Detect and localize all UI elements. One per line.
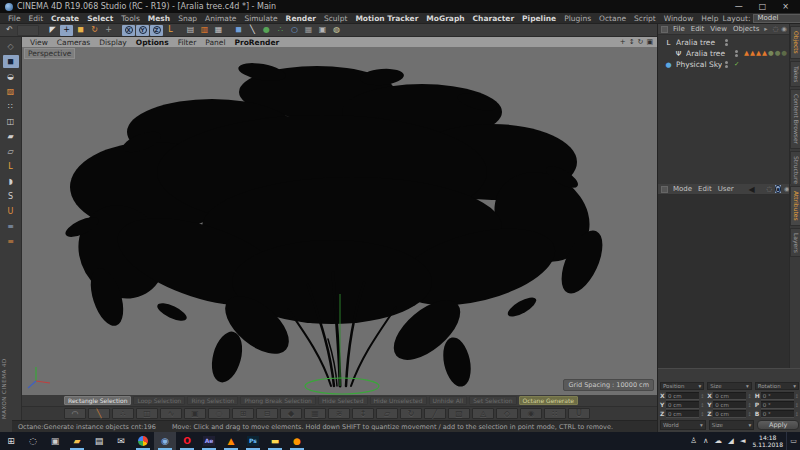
workplane-mode-icon[interactable]: ▨	[3, 85, 19, 98]
menu-item[interactable]: Animate	[201, 14, 240, 23]
menu-item[interactable]: Snap	[174, 14, 201, 23]
path-icon[interactable]: ◉	[781, 25, 787, 33]
object-manager-menu-item[interactable]: View	[710, 25, 727, 33]
create-point-icon[interactable]: ∴	[112, 408, 134, 419]
viewport-solo-icon[interactable]: ◗	[3, 175, 19, 188]
stepper-icon[interactable]: ↕	[795, 411, 799, 417]
stepper-icon[interactable]: ↕	[747, 411, 751, 417]
panel-tab[interactable]: Layers	[790, 228, 800, 258]
stepper-icon[interactable]: ↕	[700, 411, 704, 417]
layout-dropdown[interactable]: Model▾	[753, 14, 800, 23]
enable-check-tag[interactable]: ✓	[734, 61, 739, 68]
lock-icon[interactable]: ▪	[775, 185, 781, 193]
search-icon[interactable]: ◌	[22, 432, 44, 450]
spline-primitive-icon[interactable]: ○	[288, 25, 301, 36]
set-selection-button[interactable]: Set Selection	[469, 396, 516, 405]
polygon-selection-tag[interactable]: ▲	[762, 50, 767, 57]
model-mode-icon[interactable]: ◼	[3, 55, 19, 68]
photoshop-icon[interactable]: Ps	[242, 432, 264, 450]
menu-item[interactable]: Window	[660, 14, 698, 23]
panel-tab[interactable]: Attributes	[790, 186, 800, 226]
hide-selected-button[interactable]: Hide Selected	[318, 396, 368, 405]
make-editable-icon[interactable]: ◇	[3, 40, 19, 53]
brush-tool-icon[interactable]: ∿	[160, 408, 182, 419]
ring-selection-button[interactable]: Ring Selection	[187, 396, 238, 405]
polygons-mode-icon[interactable]: ▰	[3, 130, 19, 143]
taskbar-clock[interactable]: 14:18 5.11.2018	[752, 434, 783, 448]
object-row-physical-sky[interactable]: ● Physical Sky ✓	[658, 59, 789, 70]
magnet-tool-icon[interactable]: U	[568, 408, 590, 419]
menu-item[interactable]: Help	[697, 14, 722, 23]
object-row-aralia-tree[interactable]: Ψ Aralia tree ▲▲▲▲●●●	[658, 48, 789, 59]
store-icon[interactable]: ▤	[88, 432, 110, 450]
volume-icon[interactable]: ◄	[740, 437, 746, 445]
extrude-inner-icon[interactable]: ⊟	[256, 408, 278, 419]
polygon-pen-icon[interactable]: ╲	[88, 408, 110, 419]
visibility-toggles[interactable]	[725, 61, 728, 68]
after-effects-icon[interactable]: Ae	[198, 432, 220, 450]
bridge-tool-icon[interactable]: ◫	[136, 408, 158, 419]
spline-pen-icon[interactable]: ╲	[246, 25, 259, 36]
menu-item[interactable]: Octane	[595, 14, 630, 23]
coordinate-input[interactable]: 0 °	[761, 401, 794, 409]
texture-mode-icon[interactable]: ◒	[3, 70, 19, 83]
polygon-selection-tag[interactable]: ▲	[750, 50, 755, 57]
lock-y-axis-icon[interactable]: Y	[136, 25, 149, 36]
sticky-notes-icon[interactable]: ▬	[264, 432, 286, 450]
history-back-icon[interactable]: ◀	[749, 185, 755, 194]
primitive-cube-icon[interactable]: ◼	[232, 25, 245, 36]
split-icon[interactable]: ╱	[424, 408, 446, 419]
coordinate-input[interactable]: 0 cm	[713, 401, 746, 409]
onedrive-icon[interactable]: ☁	[714, 437, 722, 445]
apply-button[interactable]: Apply	[757, 420, 799, 430]
coordinate-column-dropdown[interactable]: Position▾	[660, 382, 704, 390]
stepper-icon[interactable]: ↕	[747, 393, 751, 399]
viewport-menu-item[interactable]: ProRender	[234, 38, 279, 47]
attribute-manager-menu-item[interactable]: User	[718, 185, 734, 193]
untriangulate-icon[interactable]: ◇	[496, 408, 518, 419]
bevel-icon[interactable]: ◆	[280, 408, 302, 419]
object-row-aralia-tree-parent[interactable]: L Aralia tree	[658, 37, 789, 48]
object-name[interactable]: Aralia tree	[676, 38, 722, 47]
material-tag[interactable]: ●	[768, 50, 774, 57]
tweak-mode-icon[interactable]: ▱	[3, 145, 19, 158]
task-view-icon[interactable]: ▣	[44, 432, 66, 450]
hide-unselected-button[interactable]: Hide Unselected	[370, 396, 427, 405]
vlc-icon[interactable]: ▲	[220, 432, 242, 450]
panel-tab[interactable]: Content Browser	[790, 89, 800, 149]
viewport-menu-item[interactable]: Panel	[205, 38, 225, 47]
mail-icon[interactable]: ✉	[110, 432, 132, 450]
coordinate-column-dropdown[interactable]: Size▾	[707, 382, 751, 390]
object-name[interactable]: Aralia tree	[686, 49, 732, 58]
material-tag[interactable]: ●	[775, 50, 781, 57]
normal-move-icon[interactable]: ↕	[352, 408, 374, 419]
viewport-menu-item[interactable]: View	[30, 38, 48, 47]
tree-silhouette[interactable]	[62, 60, 611, 389]
cinema4d-icon[interactable]: ◉	[154, 432, 176, 450]
opera-icon[interactable]: O	[176, 432, 198, 450]
toggle-view-icon[interactable]: ▣	[646, 38, 653, 46]
viewport-menu-item[interactable]: Options	[136, 38, 169, 47]
normal-scale-icon[interactable]: ▱	[376, 408, 398, 419]
firefox-icon[interactable]: ●	[286, 432, 308, 450]
coordinate-input[interactable]: 0 cm	[666, 410, 699, 418]
viewport-menu-item[interactable]: Filter	[178, 38, 197, 47]
object-name[interactable]: Physical Sky	[676, 60, 722, 69]
subdivision-surface-icon[interactable]: ●	[260, 25, 273, 36]
coordinate-input[interactable]: 0 cm	[713, 392, 746, 400]
stepper-icon[interactable]: ↕	[747, 402, 751, 408]
array-generator-icon[interactable]: ∴	[274, 25, 287, 36]
menu-item[interactable]: Create	[47, 14, 83, 23]
object-manager-menu-item[interactable]: File	[673, 25, 685, 33]
menu-item[interactable]: Sculpt	[320, 14, 351, 23]
weld-icon[interactable]: ◉	[520, 408, 542, 419]
octane-generate-button[interactable]: Octane Generate	[519, 396, 578, 405]
render-view-icon[interactable]: ▤	[184, 25, 197, 36]
rotate-view-icon[interactable]: ↻	[638, 38, 644, 46]
network-icon[interactable]: ◢	[728, 437, 734, 445]
camera-object-icon[interactable]: ▣	[316, 25, 329, 36]
menu-item[interactable]: Edit	[25, 14, 48, 23]
render-picture-viewer-icon[interactable]: ▥	[198, 25, 211, 36]
stitch-and-sew-icon[interactable]: ∷	[544, 408, 566, 419]
object-manager-menu-item[interactable]: Objects	[733, 25, 759, 33]
